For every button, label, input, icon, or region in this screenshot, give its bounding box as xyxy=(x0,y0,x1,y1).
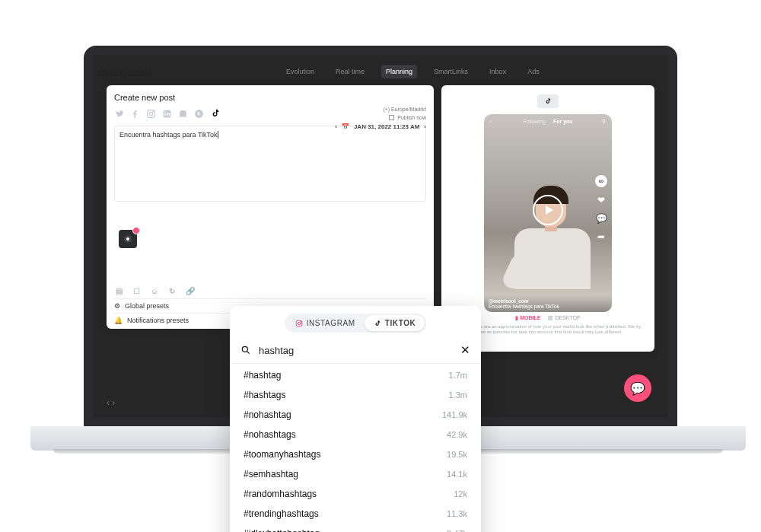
hashtag-row[interactable]: #trendinghashtags11.3k xyxy=(230,504,481,524)
pinterest-icon[interactable] xyxy=(194,109,204,121)
camera-icon xyxy=(124,235,132,243)
hashtag-results-list: #hashtag1.7m #hashtags1.3m #nohashtag141… xyxy=(230,364,481,532)
gear-icon: ⚙ xyxy=(114,302,120,310)
hashtag-row[interactable]: #idkwhattohashtag8.47k xyxy=(230,524,481,532)
chevron-left-icon[interactable]: ‹ xyxy=(335,123,337,130)
share-icon[interactable]: ➦ xyxy=(597,231,605,242)
editor-toolbar: ▤ ☐ ☺ ↻ 🔗 xyxy=(116,287,195,295)
tiktok-side-actions: ∞ ❤ 💬 ➦ xyxy=(595,175,607,242)
post-text-area[interactable]: Encuentra hashtags para TikTok​ xyxy=(114,126,426,202)
brand-logo: metricool xyxy=(97,65,152,78)
notifications-presets-label: Notifications presets xyxy=(127,317,189,324)
search-icon[interactable]: ⚲ xyxy=(602,119,606,125)
tab-inbox[interactable]: Inbox xyxy=(485,65,511,78)
svg-point-7 xyxy=(195,110,203,118)
media-thumbnail[interactable] xyxy=(119,230,137,248)
comment-icon[interactable]: 💬 xyxy=(596,213,607,224)
hashtag-tag: #idkwhattohashtag xyxy=(244,528,320,532)
segment-tiktok-label: TIKTOK xyxy=(385,319,416,327)
publish-now-toggle[interactable]: Publish now xyxy=(389,115,426,120)
date-picker[interactable]: ‹ 📅 JAN 31, 2022 11:23 AM › xyxy=(335,123,426,130)
tab-evolution[interactable]: Evolution xyxy=(282,65,319,78)
tab-realtime[interactable]: Real time xyxy=(331,65,369,78)
link-icon[interactable]: 🔗 xyxy=(186,287,195,295)
hashtag-count: 42.9k xyxy=(447,430,467,439)
tab-planning[interactable]: Planning xyxy=(381,65,417,78)
hashtag-row[interactable]: #randomhashtags12k xyxy=(230,484,481,504)
chat-fab[interactable]: 💬 xyxy=(624,374,651,402)
segment-instagram-label: INSTAGRAM xyxy=(307,319,355,327)
calendar-icon: 📅 xyxy=(342,123,349,130)
gmb-icon[interactable] xyxy=(178,109,188,121)
svg-point-11 xyxy=(242,346,247,352)
hashtag-count: 141.9k xyxy=(442,410,467,419)
desktop-mode[interactable]: ▥ DESKTOP xyxy=(548,315,580,321)
chevron-right-icon[interactable]: › xyxy=(424,123,426,130)
hashtag-count: 19.5k xyxy=(447,450,467,459)
hashtag-tag: #hashtag xyxy=(244,370,281,381)
remove-badge-icon[interactable] xyxy=(132,227,140,234)
checkbox-icon xyxy=(389,115,394,120)
nav-tabs: Evolution Real time Planning SmartLinks … xyxy=(282,65,544,78)
hashtag-count: 8.47k xyxy=(447,529,467,532)
like-icon[interactable]: ❤ xyxy=(597,195,605,205)
linkedin-icon[interactable] xyxy=(162,109,172,121)
hashtag-tag: #randomhashtags xyxy=(244,489,317,499)
instagram-icon[interactable] xyxy=(146,109,156,121)
schedule-block: (+) Europe/Madrid Publish now ‹ 📅 JAN 31… xyxy=(335,107,426,130)
hashtag-count: 12k xyxy=(454,489,467,499)
account-handle: @metricool_com xyxy=(489,298,607,304)
reload-icon[interactable]: ↻ xyxy=(169,287,175,295)
svg-point-10 xyxy=(301,321,301,322)
facebook-icon[interactable] xyxy=(130,109,140,121)
scroll-arrows[interactable]: ‹ › xyxy=(107,397,115,408)
following-tab[interactable]: Following xyxy=(523,119,546,124)
foryou-tab[interactable]: For you xyxy=(553,119,573,124)
hashtag-row[interactable]: #hashtags1.3m xyxy=(230,385,481,405)
tab-smartlinks[interactable]: SmartLinks xyxy=(429,65,473,78)
emoji-icon[interactable]: ☺ xyxy=(151,287,158,295)
svg-rect-4 xyxy=(164,113,165,116)
hashtag-row[interactable]: #nohashtag141.9k xyxy=(230,405,481,425)
twitter-icon[interactable] xyxy=(114,109,124,121)
clear-icon[interactable]: ✕ xyxy=(460,343,470,357)
hashtag-tag: #hashtags xyxy=(244,390,285,400)
chat-icon: 💬 xyxy=(630,381,645,396)
svg-point-9 xyxy=(298,322,300,324)
hashtag-tag: #toomanyhashtags xyxy=(244,449,320,460)
phone-mock: ‹ Following For you ⚲ ∞ ❤ 💬 ➦ xyxy=(484,114,612,312)
mobile-mode[interactable]: ▮ MOBILE xyxy=(515,315,540,321)
hashtag-tag: #nohashtags xyxy=(244,429,296,440)
hashtag-tag: #nohashtag xyxy=(244,409,291,420)
publish-now-label: Publish now xyxy=(397,115,426,120)
hashtag-count: 11.3k xyxy=(447,509,467,518)
hashtag-row[interactable]: #nohashtags42.9k xyxy=(230,425,481,444)
avatar-icon[interactable]: ∞ xyxy=(595,175,607,187)
timezone-label: (+) Europe/Madrid xyxy=(383,107,426,112)
svg-point-1 xyxy=(149,112,152,115)
play-icon[interactable] xyxy=(533,195,563,225)
svg-point-2 xyxy=(153,110,154,111)
caption-block: @metricool_com Encuentra hashtags para T… xyxy=(484,295,612,312)
desktop-icon[interactable]: ▤ xyxy=(116,287,123,295)
hashtag-count: 1.7m xyxy=(449,371,467,380)
svg-line-12 xyxy=(247,352,250,354)
panel-title: Create new post xyxy=(114,93,426,102)
hashtag-tag: #semhashtag xyxy=(244,469,298,479)
back-icon[interactable]: ‹ xyxy=(490,119,492,124)
tab-ads[interactable]: Ads xyxy=(523,65,544,78)
scheduled-date: JAN 31, 2022 11:23 AM xyxy=(354,123,419,130)
create-post-panel: Create new post (+) Europe/Madrid Publis… xyxy=(107,85,434,329)
hashtag-count: 1.3m xyxy=(449,390,467,400)
hashtag-row[interactable]: #hashtag1.7m xyxy=(230,365,481,385)
hashtag-search-input[interactable] xyxy=(259,345,453,356)
hashtag-row[interactable]: #toomanyhashtags19.5k xyxy=(230,444,481,464)
segment-instagram[interactable]: INSTAGRAM xyxy=(286,315,365,331)
tiktok-icon[interactable] xyxy=(210,108,221,121)
tiktok-preview-tab[interactable] xyxy=(537,94,559,108)
network-segmented-control: INSTAGRAM TIKTOK xyxy=(285,314,427,333)
segment-tiktok[interactable]: TIKTOK xyxy=(365,315,425,331)
hashtag-row[interactable]: #semhashtag14.1k xyxy=(230,464,481,484)
image-icon[interactable]: ☐ xyxy=(133,287,140,295)
global-presets-label: Global presets xyxy=(125,302,169,310)
